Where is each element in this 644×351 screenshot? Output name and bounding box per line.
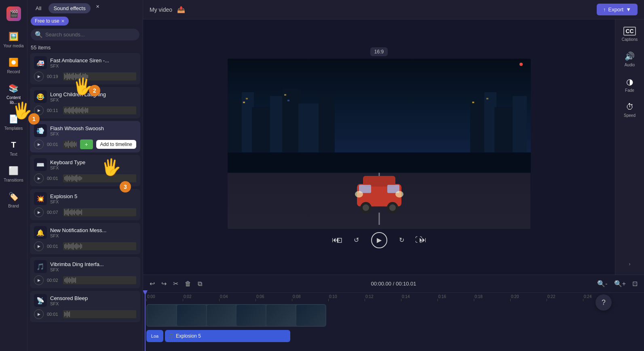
sound-item-2[interactable]: 😂 Long Children Laughing SFX ▶ 00:11	[30, 87, 140, 118]
rewind-button[interactable]: ↺	[350, 234, 363, 247]
fit-timeline-button[interactable]: ⊡	[631, 278, 639, 289]
subtitle-toggle[interactable]: ⊡	[333, 234, 346, 247]
sidebar-label-brand: Brand	[8, 204, 19, 209]
video-header: 16:9	[370, 47, 388, 56]
audio-clip-loading[interactable]: Loa	[146, 330, 163, 342]
ruler-mark-3: 0:06	[255, 294, 292, 301]
svg-rect-2	[252, 107, 272, 152]
search-wrap: 🔍	[31, 29, 139, 40]
sidebar-item-brand[interactable]: 🏷️ Brand	[2, 188, 26, 212]
sound-item-6[interactable]: 🔔 New Notification Mess... SFX ▶ 00:01	[30, 223, 140, 254]
search-icon: 🔍	[35, 31, 43, 38]
svg-rect-4	[282, 89, 300, 152]
sound-panel-tabs: All Sound effects ✕	[27, 0, 143, 13]
app-logo: 🎬	[6, 6, 21, 21]
right-panel-speed[interactable]: ⏱ Speed	[618, 99, 642, 121]
clip-thumb-2	[177, 305, 206, 326]
search-input[interactable]	[45, 32, 135, 38]
sound-name-3: Flash Whoosh Swoosh	[50, 125, 136, 131]
sound-item-3[interactable]: 💨 Flash Whoosh Swoosh SFX ▶ 00:01 + Add …	[30, 121, 140, 152]
sidebar-item-templates[interactable]: 📄 Templates	[2, 110, 26, 134]
svg-rect-14	[287, 100, 289, 101]
sidebar-item-record[interactable]: ⏺️ Record	[2, 53, 26, 78]
sound-thumb-6: 🔔	[34, 226, 47, 239]
fullscreen-button[interactable]: ⛶	[412, 234, 425, 247]
sound-list: 🚑 Fast Ambulance Siren -... SFX ▶ 00:19	[27, 53, 143, 351]
play-btn-4[interactable]: ▶	[34, 173, 44, 183]
export-button[interactable]: ↑ Export ▼	[597, 4, 638, 15]
sound-type-7: SFX	[50, 267, 136, 272]
sidebar-item-text[interactable]: T Text	[2, 136, 26, 160]
svg-rect-15	[472, 101, 474, 103]
ruler-mark-10: 0:20	[510, 294, 547, 301]
add-to-timeline-btn[interactable]: Add to timeline	[96, 140, 136, 149]
clip-thumb-1	[147, 305, 176, 326]
sound-item-4[interactable]: ⌨️ Keyboard Type SFX ▶ 00:01	[30, 155, 140, 186]
sound-type-5: SFX	[50, 199, 136, 204]
export-dropdown-icon: ▼	[626, 6, 631, 13]
svg-point-34	[355, 191, 363, 198]
right-panel-fade[interactable]: ◑ Fade	[618, 74, 642, 96]
free-to-use-filter[interactable]: Free to use ✕	[31, 17, 69, 25]
filter-chip-close[interactable]: ✕	[61, 19, 65, 24]
forward-button[interactable]: ↻	[395, 234, 408, 247]
zoom-in-button[interactable]: 🔍+	[612, 278, 627, 289]
help-button[interactable]: ?	[595, 294, 612, 311]
duration-5: 00:07	[47, 210, 60, 215]
sound-item-7[interactable]: 🎵 Vibrimba Ding Interfa... SFX ▶ 00:02	[30, 257, 140, 288]
sound-thumb-2: 😂	[34, 90, 47, 103]
play-btn-5[interactable]: ▶	[34, 207, 44, 217]
sound-item-1[interactable]: 🚑 Fast Ambulance Siren -... SFX ▶ 00:19	[30, 53, 140, 85]
sound-name-5: Explosion 5	[50, 193, 136, 199]
waveform-2	[63, 106, 136, 114]
sidebar-item-your-media[interactable]: 🖼️ Your media	[2, 27, 26, 52]
video-clip[interactable]	[146, 304, 326, 327]
sound-thumb-3: 💨	[34, 124, 47, 137]
play-btn-6[interactable]: ▶	[34, 241, 44, 251]
right-panel-captions[interactable]: CC Captions	[618, 23, 642, 45]
zoom-out-button[interactable]: 🔍-	[595, 278, 609, 289]
your-media-icon: 🖼️	[8, 31, 19, 42]
cut-button[interactable]: ✂	[171, 278, 180, 289]
left-sidebar: 🎬 🖼️ Your media ⏺️ Record 📚 Content lib.…	[0, 0, 27, 351]
fade-icon: ◑	[626, 77, 633, 87]
fade-label: Fade	[625, 88, 634, 93]
duration-1: 00:19	[47, 74, 60, 79]
svg-rect-5	[298, 104, 321, 152]
timeline-cursor[interactable]	[145, 293, 146, 351]
sound-thumb-1: 🚑	[34, 56, 47, 69]
copy-button[interactable]: ⧉	[196, 279, 204, 289]
play-btn-1[interactable]: ▶	[34, 72, 44, 81]
play-btn-2[interactable]: ▶	[34, 106, 44, 115]
project-title[interactable]: My video	[150, 6, 172, 13]
delete-button[interactable]: 🗑	[183, 279, 193, 289]
play-btn-8[interactable]: ▶	[34, 309, 44, 319]
sound-item-5[interactable]: 💥 Explosion 5 SFX ▶ 00:07	[30, 189, 140, 220]
play-pause-button[interactable]: ▶	[371, 232, 387, 248]
content-lib-icon: 📚	[8, 82, 19, 94]
content-area: 16:9	[143, 19, 644, 275]
clip-thumb-5	[266, 305, 296, 326]
ruler-mark-0: 0:00	[146, 294, 183, 301]
svg-point-29	[363, 205, 369, 211]
right-panel-audio[interactable]: 🔊 Audio	[618, 48, 642, 70]
timeline-tracks: Loa 🎵 Explosion 5	[143, 302, 644, 351]
sound-item-8[interactable]: 📡 Censored Bleep SFX ▶ 00:01	[30, 291, 140, 322]
svg-rect-0	[228, 100, 244, 152]
sound-type-4: SFX	[50, 165, 136, 170]
speed-icon: ⏱	[626, 102, 634, 112]
sidebar-item-transitions[interactable]: ⬜ Transitions	[2, 162, 26, 186]
audio-clip-main[interactable]: 🎵 Explosion 5	[165, 330, 290, 342]
sidebar-item-content-lib[interactable]: 📚 Content lib...	[2, 79, 26, 108]
tab-sound-effects[interactable]: Sound effects	[49, 3, 90, 13]
redo-button[interactable]: ↪	[160, 278, 168, 289]
sound-name-1: Fast Ambulance Siren -...	[50, 57, 136, 63]
collapse-right-panel-button[interactable]: ›	[623, 258, 636, 271]
tab-close-button[interactable]: ✕	[95, 3, 101, 10]
tab-all[interactable]: All	[31, 3, 46, 13]
undo-button[interactable]: ↩	[148, 278, 156, 289]
filter-row: Free to use ✕	[27, 13, 143, 27]
share-icon[interactable]: 📤	[177, 6, 185, 13]
play-btn-7[interactable]: ▶	[34, 275, 44, 285]
play-btn-3[interactable]: ▶	[34, 140, 44, 149]
